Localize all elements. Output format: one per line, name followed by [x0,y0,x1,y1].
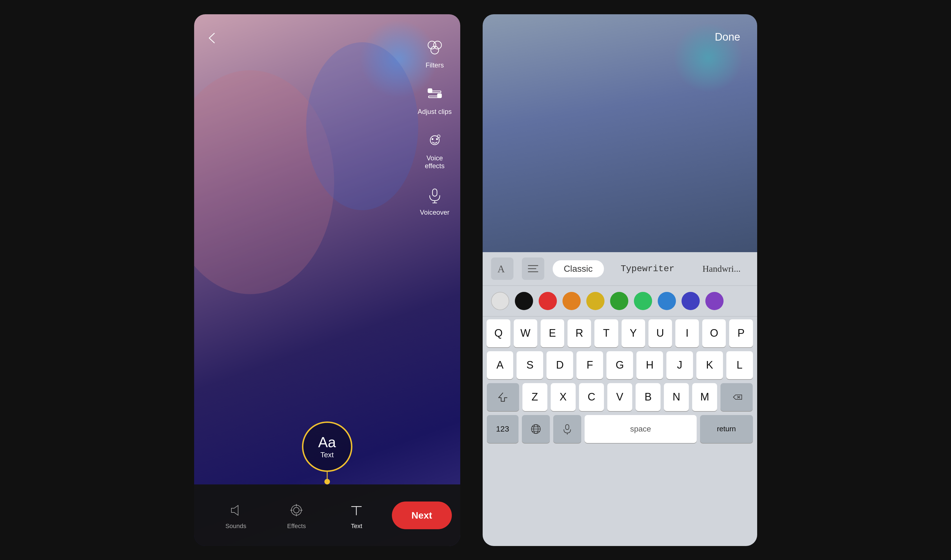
text-align-button[interactable] [522,257,544,280]
svg-point-9 [437,138,438,140]
key-p[interactable]: P [729,319,753,347]
color-indigo[interactable] [682,292,700,310]
svg-point-10 [437,135,440,138]
font-typewriter-option[interactable]: Typewriter [610,260,686,277]
text-label: Text [351,523,362,530]
font-classic-option[interactable]: Classic [553,260,604,277]
keyboard-keys: Q W E R T Y U I O P A S D F G [483,317,757,546]
sounds-label: Sounds [225,523,247,530]
keyboard-row-2: A S D F G H J K L [487,351,753,379]
key-e[interactable]: E [540,319,564,347]
left-panel: Filters Adjust clips [194,14,460,546]
sounds-bottom-item[interactable]: Sounds [225,501,247,530]
keyboard-area: A Classic Typewri [483,252,757,546]
text-circle-button[interactable]: Aa Text [302,422,352,472]
key-m[interactable]: M [692,383,717,411]
text-icon [347,501,366,520]
next-button[interactable]: Next [392,502,452,529]
effects-bottom-item[interactable]: Effects [287,501,306,530]
key-k[interactable]: K [696,351,723,379]
font-style-options: Classic Typewriter Handwri... [553,260,749,277]
key-v[interactable]: V [607,383,632,411]
svg-rect-34 [565,425,569,429]
key-h[interactable]: H [636,351,663,379]
key-microphone[interactable] [553,415,581,443]
key-n[interactable]: N [664,383,689,411]
color-palette [483,286,757,317]
key-f[interactable]: F [576,351,603,379]
svg-point-8 [432,138,433,140]
key-r[interactable]: R [568,319,591,347]
key-l[interactable]: L [726,351,753,379]
key-globe[interactable] [522,415,550,443]
filters-icon [423,37,446,59]
font-style-bar: A Classic Typewri [483,252,757,286]
key-y[interactable]: Y [622,319,645,347]
key-x[interactable]: X [551,383,576,411]
key-shift[interactable] [487,383,519,411]
keyboard-row-4: 123 [487,415,753,443]
key-t[interactable]: T [594,319,618,347]
right-panel: Done A [483,14,757,546]
yellow-dot [324,479,330,485]
keyboard-row-1: Q W E R T Y U I O P [487,319,753,347]
text-tool-float: Aa Text [302,422,352,472]
back-button[interactable] [205,31,219,46]
color-red[interactable] [539,292,557,310]
screen-container: Filters Adjust clips [0,0,951,560]
sounds-icon [226,501,245,520]
adjust-clips-toolbar-item[interactable]: Adjust clips [418,83,452,115]
color-teal[interactable] [634,292,652,310]
color-orange[interactable] [562,292,581,310]
key-w[interactable]: W [514,319,537,347]
text-circle-label-top: Aa [318,434,336,451]
adjust-clips-icon [423,83,446,106]
right-toolbar: Filters Adjust clips [418,37,452,216]
key-q[interactable]: Q [486,319,510,347]
filters-label: Filters [426,61,444,69]
key-numbers[interactable]: 123 [487,415,519,443]
svg-point-15 [293,508,299,513]
font-format-button[interactable]: A [491,257,513,280]
key-space[interactable]: space [585,415,697,443]
key-d[interactable]: D [547,351,573,379]
color-purple[interactable] [706,292,724,310]
voiceover-toolbar-item[interactable]: Voiceover [420,184,449,216]
done-button[interactable]: Done [715,31,740,43]
key-z[interactable]: Z [522,383,547,411]
font-handwriting-option[interactable]: Handwri... [691,260,749,277]
svg-text:A: A [497,263,505,275]
key-i[interactable]: I [675,319,699,347]
key-return[interactable]: return [700,415,753,443]
voice-effects-icon [423,129,446,152]
svg-rect-5 [428,89,432,92]
filters-toolbar-item[interactable]: Filters [423,37,446,69]
adjust-clips-label: Adjust clips [418,108,452,115]
color-blue[interactable] [658,292,676,310]
svg-point-14 [291,505,301,515]
keyboard-row-3: Z X C V B N M [487,383,753,411]
key-j[interactable]: J [666,351,693,379]
voiceover-icon [423,184,446,206]
voice-effects-toolbar-item[interactable]: Voiceeffects [423,129,446,170]
key-o[interactable]: O [702,319,726,347]
key-c[interactable]: C [579,383,604,411]
color-white[interactable] [491,292,509,310]
effects-label: Effects [287,523,306,530]
voiceover-label: Voiceover [420,209,449,216]
voice-effects-label: Voiceeffects [425,154,445,170]
key-s[interactable]: S [517,351,543,379]
color-black[interactable] [515,292,533,310]
color-yellow[interactable] [586,292,605,310]
key-u[interactable]: U [648,319,672,347]
text-bottom-item[interactable]: Text [347,501,366,530]
text-circle-label-bottom: Text [320,451,334,459]
effects-icon [287,501,306,520]
svg-rect-11 [432,189,437,196]
key-g[interactable]: G [607,351,633,379]
svg-rect-6 [438,94,442,98]
color-green[interactable] [610,292,628,310]
key-delete[interactable] [721,383,753,411]
key-b[interactable]: B [636,383,661,411]
key-a[interactable]: A [487,351,513,379]
